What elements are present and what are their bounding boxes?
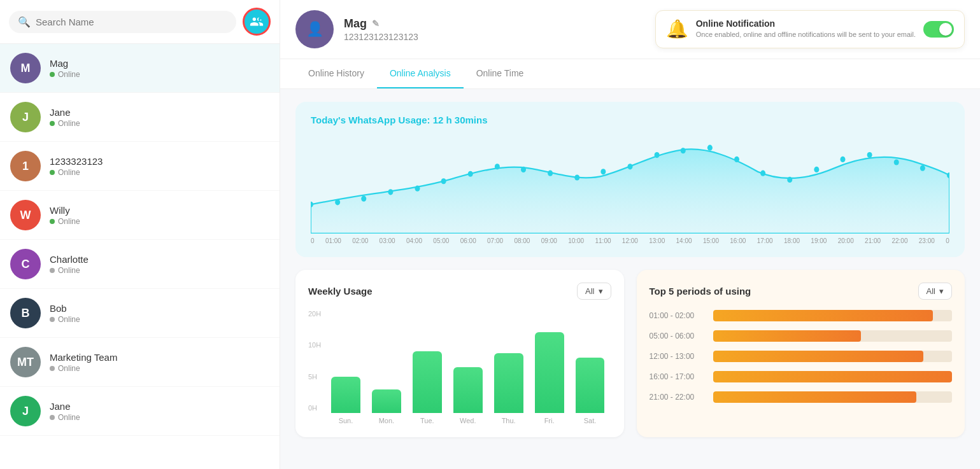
add-contact-button[interactable]: + xyxy=(243,8,271,36)
svg-text:+: + xyxy=(260,18,262,22)
svg-point-21 xyxy=(814,167,819,172)
x-axis-label: 13:00 xyxy=(649,237,665,244)
contact-item[interactable]: MT Marketing Team Online xyxy=(0,338,280,387)
period-bar xyxy=(713,330,862,342)
period-label: 05:00 - 06:00 xyxy=(650,332,707,340)
svg-point-12 xyxy=(574,174,579,180)
svg-point-8 xyxy=(468,171,473,177)
x-axis-label: 11:00 xyxy=(595,237,611,244)
svg-point-25 xyxy=(920,165,925,171)
notification-toggle[interactable] xyxy=(923,21,954,38)
weekly-title: Weekly Usage xyxy=(308,286,373,297)
status-dot xyxy=(50,366,55,371)
avatar: B xyxy=(10,298,41,328)
x-axis-label: 16:00 xyxy=(730,237,746,244)
main-content: 👤 Mag ✎ 123123123123123 🔔 Online Notific… xyxy=(280,0,980,469)
svg-point-7 xyxy=(441,178,446,184)
bar-wrap: Mon. xyxy=(372,389,401,425)
tabs: Online HistoryOnline AnalysisOnline Time xyxy=(280,59,980,89)
contact-item[interactable]: C Charlotte Online xyxy=(0,240,280,289)
period-bar-wrap xyxy=(713,330,953,342)
top5-title: Top 5 periods of using xyxy=(650,286,751,297)
x-axis-label: 22:00 xyxy=(891,237,907,244)
contact-status: Online xyxy=(50,119,80,128)
top5-dropdown[interactable]: All ▾ xyxy=(918,283,952,300)
contact-item[interactable]: 1 1233323123 Online xyxy=(0,142,280,191)
x-axis-label: 10:00 xyxy=(568,237,584,244)
x-axis-label: 0 xyxy=(311,237,315,244)
avatar-placeholder: C xyxy=(10,249,41,279)
svg-point-3 xyxy=(335,199,340,205)
avatar-placeholder: 1 xyxy=(10,151,41,181)
contact-item[interactable]: J Jane Online xyxy=(0,387,280,436)
svg-point-20 xyxy=(787,177,792,183)
profile-header: 👤 Mag ✎ 123123123123123 🔔 Online Notific… xyxy=(280,0,980,59)
avatar-placeholder: MT xyxy=(10,347,41,377)
contact-status: Online xyxy=(50,413,80,422)
x-axis-label: 01:00 xyxy=(325,237,341,244)
contact-item[interactable]: W Willy Online xyxy=(0,191,280,240)
search-input[interactable] xyxy=(36,17,227,27)
contact-info: 1233323123 Online xyxy=(50,156,103,177)
x-axis-label: 18:00 xyxy=(784,237,800,244)
bar-label: Sat. xyxy=(584,417,597,424)
tab-analysis[interactable]: Online Analysis xyxy=(377,59,464,88)
status-dot xyxy=(50,317,55,322)
x-axis: 001:0002:0003:0004:0005:0006:0007:0008:0… xyxy=(311,234,949,244)
bar-wrap: Wed. xyxy=(453,367,483,424)
contact-status: Online xyxy=(50,217,80,226)
bar xyxy=(413,351,442,414)
avatar-placeholder: B xyxy=(10,298,41,328)
period-label: 01:00 - 02:00 xyxy=(650,311,707,320)
svg-point-6 xyxy=(415,186,420,192)
x-axis-label: 20:00 xyxy=(838,237,854,244)
svg-point-13 xyxy=(600,169,606,174)
x-axis-label: 23:00 xyxy=(919,237,935,244)
bar-wrap: Sat. xyxy=(576,358,605,424)
contact-name: Jane xyxy=(50,401,80,412)
bottom-row: Weekly Usage All ▾ 20H10H5H0H Sun. Mon. … xyxy=(295,270,965,437)
bar xyxy=(372,389,401,414)
contact-item[interactable]: J Jane Online xyxy=(0,93,280,142)
usage-value: 12 h 30mins xyxy=(433,115,488,125)
contact-item[interactable]: B Bob Online xyxy=(0,289,280,338)
bar-wrap: Sun. xyxy=(331,377,360,424)
weekly-dropdown-label: All xyxy=(585,286,594,296)
tab-time[interactable]: Online Time xyxy=(464,59,537,88)
avatar: 👤 xyxy=(295,10,334,48)
search-icon: 🔍 xyxy=(18,16,31,28)
bar xyxy=(535,332,564,414)
tab-history[interactable]: Online History xyxy=(295,59,377,88)
x-axis-label: 07:00 xyxy=(487,237,503,244)
top5-dropdown-label: All xyxy=(927,286,935,296)
bar-wrap: Tue. xyxy=(413,351,442,425)
notification-text: Online Notification Once enabled, online… xyxy=(696,18,916,39)
x-axis-label: 03:00 xyxy=(380,237,395,244)
edit-icon[interactable]: ✎ xyxy=(372,18,380,29)
contact-info: Bob Online xyxy=(50,303,80,324)
contact-name: Bob xyxy=(50,303,80,314)
svg-point-14 xyxy=(627,164,632,169)
weekly-dropdown[interactable]: All ▾ xyxy=(577,283,611,300)
chevron-down-icon: ▾ xyxy=(599,286,603,296)
x-axis-label: 12:00 xyxy=(622,237,638,244)
avatar-placeholder: J xyxy=(10,396,41,426)
avatar: J xyxy=(10,396,41,426)
chevron-down-icon: ▾ xyxy=(939,286,944,296)
status-dot xyxy=(50,219,55,224)
period-bar xyxy=(713,371,953,382)
x-axis-label: 04:00 xyxy=(406,237,422,244)
contact-info: Mag Online xyxy=(50,58,80,79)
search-input-wrap[interactable]: 🔍 xyxy=(9,11,236,33)
notification-description: Once enabled, online and offline notific… xyxy=(696,30,916,39)
x-axis-label: 21:00 xyxy=(865,237,881,244)
svg-point-9 xyxy=(495,164,500,169)
svg-point-24 xyxy=(894,159,899,165)
svg-point-18 xyxy=(734,157,739,162)
contact-item[interactable]: M Mag Online xyxy=(0,44,280,93)
svg-point-16 xyxy=(681,148,686,153)
avatar: C xyxy=(10,249,41,279)
period-row: 16:00 - 17:00 xyxy=(650,371,953,382)
x-axis-label: 09:00 xyxy=(541,237,557,244)
bar-label: Tue. xyxy=(420,417,434,424)
